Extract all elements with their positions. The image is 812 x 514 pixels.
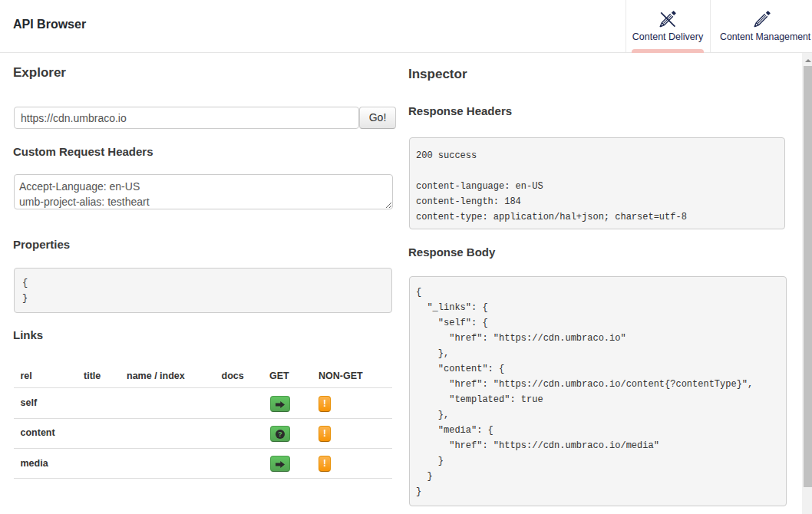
svg-text:?: ? bbox=[278, 430, 282, 438]
